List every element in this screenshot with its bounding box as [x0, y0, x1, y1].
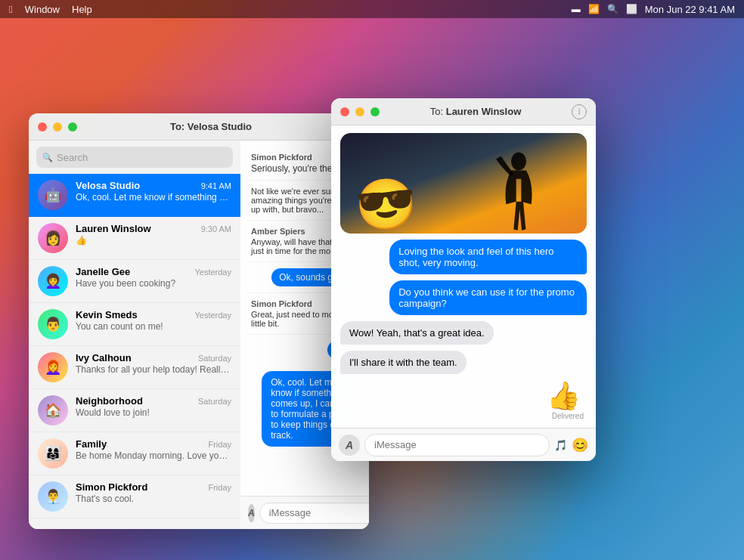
- search-icon[interactable]: 🔍: [607, 4, 618, 14]
- conv-name-janelle: Janelle Gee: [76, 266, 130, 277]
- maximize-button-back[interactable]: [68, 122, 77, 131]
- front-window-title: To: Lauren Winslow: [386, 106, 566, 117]
- cast-icon: ⬜: [626, 4, 637, 14]
- avatar-kevin: 👨: [38, 309, 68, 339]
- conversation-item-family[interactable]: 👨‍👩‍👧 Family Friday Be home Monday morni…: [29, 432, 240, 475]
- conv-preview-simon: That's so cool.: [76, 493, 231, 504]
- bubble-row-received-1: Wow! Yeah, that's a great idea.: [340, 321, 587, 345]
- conversation-list: 🤖 Velosa Studio 9:41 AM Ok, cool. Let me…: [29, 174, 240, 524]
- conv-preview-lauren: 👍: [76, 235, 231, 246]
- conversation-item-neighborhood[interactable]: 🏠 Neighborhood Saturday Would love to jo…: [29, 389, 240, 432]
- conv-content-kevin: Kevin Smeds Yesterday You can count on m…: [76, 309, 231, 332]
- desktop:  Window Help ▬ 📶 🔍 ⬜ Mon Jun 22 9:41 AM…: [0, 0, 744, 560]
- bubble-row-sent-2: Do you think we can use it for the promo…: [340, 280, 587, 315]
- apple-menu-icon[interactable]: : [9, 4, 13, 15]
- conversation-item-ivy[interactable]: 👩‍🦰 Ivy Calhoun Saturday Thanks for all …: [29, 346, 240, 389]
- front-input-bar: A 🎵 😊: [331, 428, 596, 461]
- thumbs-up-tapback: 👍: [547, 380, 587, 412]
- minimize-button-front[interactable]: [355, 107, 364, 116]
- menubar-window[interactable]: Window: [25, 4, 60, 15]
- conversation-item-kevin[interactable]: 👨 Kevin Smeds Yesterday You can count on…: [29, 303, 240, 346]
- messages-window-front: To: Lauren Winslow i 😎 Lovi: [331, 98, 596, 461]
- front-message-input[interactable]: [364, 434, 550, 456]
- conv-name-ivy: Ivy Calhoun: [76, 352, 132, 364]
- conv-time-velosa: 9:41 AM: [201, 181, 231, 190]
- battery-icon: ▬: [572, 4, 581, 14]
- bubble-received-1: Wow! Yeah, that's a great idea.: [340, 321, 494, 345]
- bubble-sent-1: Loving the look and feel of this hero sh…: [389, 240, 587, 274]
- conv-time-kevin: Yesterday: [194, 311, 231, 320]
- conversation-item-kristen[interactable]: 👩‍🦳 Kristen Kelez Friday That's interest…: [29, 518, 240, 524]
- conv-time-lauren: 9:30 AM: [201, 224, 231, 234]
- conv-content-simon: Simon Pickford Friday That's so cool.: [76, 481, 231, 504]
- conv-content-lauren: Lauren Winslow 9:30 AM 👍: [76, 223, 231, 246]
- info-button[interactable]: i: [572, 104, 587, 119]
- to-label: To:: [430, 106, 446, 117]
- menubar-help[interactable]: Help: [72, 4, 92, 15]
- back-message-input[interactable]: [259, 503, 369, 524]
- conv-preview-kevin: You can count on me!: [76, 321, 231, 332]
- maximize-button-front[interactable]: [370, 107, 380, 116]
- conv-content-neighborhood: Neighborhood Saturday Would love to join…: [76, 395, 231, 418]
- front-chat-messages: 😎 Loving the look and feel of this hero …: [331, 125, 596, 428]
- menubar:  Window Help ▬ 📶 🔍 ⬜ Mon Jun 22 9:41 AM: [0, 0, 744, 18]
- avatar-velosa: 🤖: [38, 180, 68, 210]
- silhouette-svg: [488, 141, 549, 234]
- search-bar[interactable]: 🔍 Search: [36, 147, 233, 168]
- avatar-neighborhood: 🏠: [38, 395, 68, 425]
- front-emoji-icon[interactable]: 😊: [572, 437, 588, 453]
- minimize-button-back[interactable]: [53, 122, 62, 131]
- conversation-item-velosa[interactable]: 🤖 Velosa Studio 9:41 AM Ok, cool. Let me…: [29, 174, 240, 217]
- conv-content-ivy: Ivy Calhoun Saturday Thanks for all your…: [76, 352, 231, 375]
- avatar-lauren: 👩: [38, 223, 68, 253]
- conv-time-simon: Friday: [208, 483, 231, 492]
- avatar-janelle: 👩‍🦱: [38, 266, 68, 296]
- front-memoji-btn[interactable]: A: [339, 435, 360, 456]
- conversation-item-lauren[interactable]: 👩 Lauren Winslow 9:30 AM 👍: [29, 217, 240, 260]
- messages-window-back: To: Velosa Studio ✏️ 🔍 Search 🤖 Velosa S…: [29, 113, 369, 529]
- conv-name-velosa: Velosa Studio: [76, 180, 140, 191]
- avatar-family: 👨‍👩‍👧: [38, 438, 68, 469]
- bubble-received-2: I'll share it with the team.: [340, 351, 467, 374]
- conv-name-family: Family: [76, 438, 107, 450]
- back-memoji-btn[interactable]: A: [248, 504, 255, 522]
- front-audio-icon: 🎵: [554, 439, 567, 451]
- conversation-sidebar: 🔍 Search 🤖 Velosa Studio 9:41 AM Ok, coo…: [29, 141, 240, 529]
- wifi-icon: 📶: [588, 4, 600, 14]
- recipient-name: Lauren Winslow: [446, 106, 522, 117]
- svg-point-0: [511, 153, 526, 171]
- bubble-sent-2: Do you think we can use it for the promo…: [389, 280, 587, 315]
- conv-name-neighborhood: Neighborhood: [76, 395, 143, 407]
- window-title-back: To: Velosa Studio: [83, 121, 339, 132]
- window-titlebar-front: To: Lauren Winslow i: [331, 98, 596, 125]
- search-placeholder: Search: [57, 152, 88, 163]
- conv-time-janelle: Yesterday: [194, 268, 231, 277]
- bubble-row-received-2: I'll share it with the team.: [340, 351, 587, 374]
- conv-name-simon: Simon Pickford: [76, 481, 147, 493]
- delivered-label: Delivered: [552, 412, 587, 420]
- conv-preview-family: Be home Monday morning. Love you all!: [76, 450, 231, 461]
- memoji-sticker: 😎: [353, 174, 419, 234]
- menubar-datetime: Mon Jun 22 9:41 AM: [645, 4, 735, 15]
- tapback-area: 👍 Delivered: [340, 380, 587, 420]
- hero-image: 😎: [340, 133, 587, 234]
- conv-time-family: Friday: [208, 440, 231, 449]
- avatar-ivy: 👩‍🦰: [38, 352, 68, 382]
- search-icon-sidebar: 🔍: [42, 153, 53, 162]
- conv-preview-ivy: Thanks for all your help today! Really a…: [76, 364, 231, 375]
- conv-time-neighborhood: Saturday: [198, 397, 231, 406]
- conv-content-family: Family Friday Be home Monday morning. Lo…: [76, 438, 231, 461]
- conv-name-lauren: Lauren Winslow: [76, 223, 151, 234]
- conv-content-janelle: Janelle Gee Yesterday Have you been cook…: [76, 266, 231, 289]
- close-button-front[interactable]: [340, 107, 349, 116]
- conversation-item-janelle[interactable]: 👩‍🦱 Janelle Gee Yesterday Have you been …: [29, 260, 240, 303]
- bubble-row-sent-1: Loving the look and feel of this hero sh…: [340, 240, 587, 274]
- conv-preview-velosa: Ok, cool. Let me know if something comes…: [76, 192, 231, 203]
- conversation-item-simon[interactable]: 👨‍💼 Simon Pickford Friday That's so cool…: [29, 475, 240, 518]
- conv-preview-janelle: Have you been cooking?: [76, 278, 231, 289]
- conv-preview-neighborhood: Would love to join!: [76, 407, 231, 418]
- back-input-bar: A 🎵 😊: [240, 496, 369, 529]
- close-button-back[interactable]: [38, 122, 47, 131]
- avatar-simon: 👨‍💼: [38, 481, 68, 512]
- conv-content-velosa: Velosa Studio 9:41 AM Ok, cool. Let me k…: [76, 180, 231, 203]
